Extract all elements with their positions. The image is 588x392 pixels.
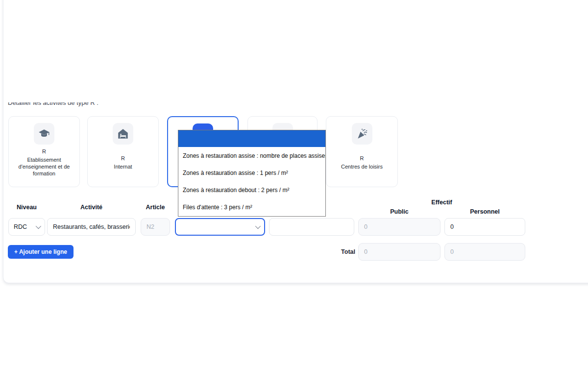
article-input[interactable]	[141, 218, 170, 236]
house-bed-icon	[113, 123, 133, 145]
card-label: Internat	[91, 163, 155, 170]
dropdown-option-selected-empty[interactable]	[178, 130, 325, 147]
total-personnel-input[interactable]	[444, 243, 525, 261]
card-type-code: R	[42, 148, 46, 154]
section-title-text: Détailler les activités de type R :	[8, 102, 165, 106]
chevron-down-icon	[36, 223, 41, 229]
quantity-input[interactable]	[269, 218, 354, 236]
chevron-down-icon	[255, 223, 261, 229]
dropdown-option[interactable]: Files d'attente : 3 pers / m²	[178, 198, 325, 216]
activity-rate-dropdown: Zones à restauration assise : nombre de …	[178, 130, 326, 217]
card-centres-de-loisirs[interactable]: R Centres de loisirs	[326, 116, 398, 187]
header-effectif: Effectif	[358, 199, 525, 206]
header-article: Article	[141, 204, 170, 211]
rate-select[interactable]	[175, 218, 265, 236]
total-label: Total	[323, 243, 355, 261]
header-activite: Activité	[47, 204, 136, 211]
party-popper-icon	[352, 123, 372, 145]
activite-input[interactable]	[47, 218, 136, 236]
card-etablissement-enseignement[interactable]: R Etablissement d'enseignement et de for…	[8, 116, 80, 187]
public-row-input[interactable]	[358, 218, 441, 236]
card-label: Centres de loisirs	[330, 163, 394, 170]
total-public-input[interactable]	[358, 243, 441, 261]
card-internat[interactable]: R Internat	[87, 116, 159, 187]
dropdown-option[interactable]: Zones à restauration debout : 2 pers / m…	[178, 181, 325, 198]
header-personnel: Personnel	[444, 208, 525, 215]
graduation-cap-icon	[34, 123, 54, 145]
niveau-select[interactable]: RDC	[8, 218, 45, 236]
page: Détailler les activités de type R : R Et…	[0, 0, 588, 392]
card-type-code: R	[360, 155, 364, 161]
card-label: Etablissement d'enseignement et de forma…	[12, 156, 76, 177]
personnel-row-input[interactable]	[444, 218, 525, 236]
dropdown-option[interactable]: Zones à restauration assise : 1 pers / m…	[178, 164, 325, 181]
card-type-code: R	[121, 155, 125, 161]
add-line-button[interactable]: + Ajouter une ligne	[8, 245, 74, 259]
header-public: Public	[358, 208, 441, 215]
niveau-select-value: RDC	[14, 223, 36, 230]
header-niveau: Niveau	[8, 204, 45, 211]
section-title: Détailler les activités de type R :	[8, 102, 165, 108]
dropdown-option[interactable]: Zones à restauration assise : nombre de …	[178, 147, 325, 164]
